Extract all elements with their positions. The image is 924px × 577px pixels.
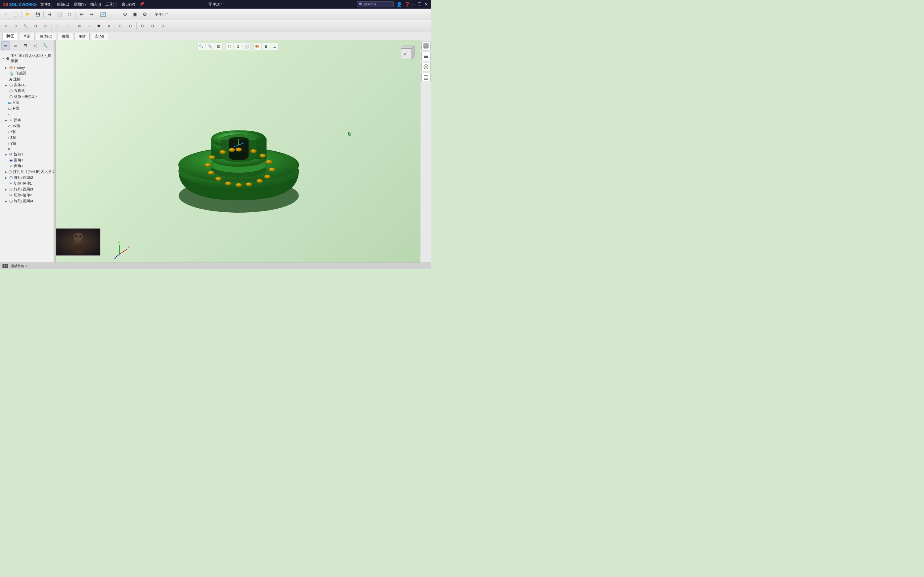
box-button[interactable]: ⬜ — [55, 10, 64, 19]
view-cube[interactable]: 前 — [396, 43, 417, 64]
display-style-btn[interactable]: 🎨 — [254, 42, 262, 50]
tree-item-xaxis[interactable]: / X轴 — [0, 129, 53, 135]
revolve-arrow: ▶ — [5, 153, 8, 156]
menu-insert[interactable]: 插入(I) — [90, 2, 101, 7]
tree-item-chamfer[interactable]: ✓ 倒角1 — [0, 163, 53, 169]
grid-button[interactable]: 🔳 — [130, 10, 139, 19]
tree-item-pattern3[interactable]: ▶ ⬡ 阵列(圆周)3 — [0, 187, 53, 192]
rs-view-btn[interactable] — [422, 41, 431, 50]
feature-button[interactable]: ⬡ — [65, 10, 74, 19]
menu-file[interactable]: 文件(F) — [40, 2, 52, 7]
rs-display-btn[interactable] — [422, 52, 431, 61]
sweep-btn[interactable]: 🔧 — [21, 21, 30, 31]
rebuild-button[interactable]: 🔄 — [99, 10, 108, 19]
tab-surface[interactable]: 曲面 — [58, 33, 73, 40]
property-mgr-btn[interactable]: ≣ — [11, 41, 20, 50]
revcut-btn[interactable]: ⬡ — [63, 21, 72, 31]
render-btn[interactable]: 🖥 — [262, 42, 270, 50]
z-axis-label: Z — [114, 256, 116, 259]
fillet-btn[interactable]: ⊞ — [74, 21, 84, 31]
tree-item-fillet[interactable]: ◉ 圆角1 — [0, 157, 53, 163]
shell-btn[interactable]: ⊗ — [104, 21, 113, 31]
pattern2-label: 阵列(圆周)2 — [14, 176, 33, 180]
tab-features[interactable]: 特征 — [2, 32, 18, 40]
menu-view[interactable]: 视图(V) — [74, 2, 86, 7]
zoom-out-btn[interactable]: 🔍 — [206, 42, 214, 50]
zoom-in-btn[interactable]: 🔍 — [197, 42, 205, 50]
tree-item-cutextrude1[interactable]: ✂ 切除-拉伸1 — [0, 181, 53, 187]
tree-item-wplane[interactable]: ▭ W面 — [0, 123, 53, 129]
instant3d-btn[interactable]: ⬡ — [158, 21, 167, 31]
loft-btn[interactable]: ⬡ — [31, 21, 40, 31]
tab-macro[interactable]: 宏(M) — [91, 33, 108, 40]
user-icon[interactable]: 👤 — [396, 2, 402, 7]
svg-point-37 — [74, 233, 83, 242]
tree-item-history[interactable]: ▶ ◎ History — [0, 64, 53, 71]
collapse-left-btn[interactable]: ◁ — [31, 41, 39, 50]
tree-item-pattern4[interactable]: ▶ ⬡ 阵列(圆周)4 — [0, 198, 53, 204]
menu-edit[interactable]: 编辑(E) — [57, 2, 69, 7]
section-view-btn[interactable]: ⊘ — [234, 42, 242, 50]
menu-tools[interactable]: 工具(T) — [105, 2, 117, 7]
revolve-btn[interactable]: ⊙ — [11, 21, 20, 31]
tab-sketch[interactable]: 草图 — [19, 33, 34, 40]
select-button[interactable]: ↑ — [108, 10, 118, 19]
sep1 — [21, 11, 22, 18]
open-button[interactable]: 📂 — [23, 10, 32, 19]
curve-btn[interactable]: ⬡ — [148, 21, 157, 31]
redo-button[interactable]: ↪ — [87, 10, 96, 19]
extcut-btn[interactable]: ⬜ — [53, 21, 62, 31]
mirror-btn[interactable]: ⬡ — [126, 21, 135, 31]
tree-item-hplane[interactable]: ▭ H面 — [0, 106, 53, 111]
tree-item-cutextrude2[interactable]: ✂ 切除-拉伸2 — [0, 192, 53, 198]
menu-pin[interactable]: 📌 — [139, 2, 144, 7]
options-button[interactable]: ⚙ — [120, 10, 130, 19]
viewport-toolbar: 🔍 🔍 ⊡ ⬡ ⊘ ⬜ 🎨 🖥 ⊥ — [197, 42, 279, 51]
restore-button[interactable]: ❐ — [417, 2, 422, 7]
boundary-btn[interactable]: □ — [40, 21, 50, 31]
undo-button[interactable]: ↩ — [77, 10, 86, 19]
menu-window[interactable]: 窗口(W) — [122, 2, 135, 7]
tree-item-sensors[interactable]: 📡 传感器 — [0, 71, 53, 76]
tab-evaluate[interactable]: 评估 — [74, 33, 90, 40]
view-settings-btn[interactable]: ⊥ — [271, 42, 279, 50]
feature-tree-btn[interactable]: ☰ — [1, 41, 10, 50]
view-orient-btn[interactable]: ⬡ — [225, 42, 233, 50]
config-mgr-btn[interactable]: ⊟ — [21, 41, 29, 50]
tree-item-dot[interactable]: · . — [0, 111, 53, 117]
close-button[interactable]: ✕ — [424, 2, 429, 7]
tree-item-pattern2[interactable]: ▶ ⬡ 阵列(圆周)2 — [0, 175, 53, 181]
tree-item-zaxis[interactable]: / Z轴 — [0, 135, 53, 141]
pattern-btn[interactable]: ⬡ — [116, 21, 125, 31]
new-button[interactable]: 📄 — [11, 10, 20, 19]
svg-point-17 — [266, 160, 272, 164]
tree-item-o[interactable]: o — [0, 147, 53, 152]
draft-btn[interactable]: ⬟ — [94, 21, 103, 31]
extrude-btn[interactable]: ⊕ — [1, 21, 10, 31]
search-box[interactable]: 🔍 搜索命令 — [357, 1, 394, 7]
tree-item-equations[interactable]: ⬡ 方程式 — [0, 88, 53, 94]
help-icon[interactable]: ❓ — [404, 2, 410, 7]
home-button[interactable]: ⌂ — [1, 10, 10, 19]
zoom-fit-btn[interactable]: ⊡ — [215, 42, 223, 50]
minimize-button[interactable]: — — [410, 2, 415, 7]
print-button[interactable]: 🖨 — [45, 10, 54, 19]
save-button[interactable]: 💾 — [33, 10, 42, 19]
ref-geom-btn[interactable]: ⬡ — [138, 21, 147, 31]
tree-item-yaxis[interactable]: / Y轴 — [0, 141, 53, 147]
tree-item-solid[interactable]: ▶ ⬡ 实体(1) — [0, 82, 53, 88]
3d-viewport[interactable]: 🔍 🔍 ⊡ ⬡ ⊘ ⬜ 🎨 🖥 ⊥ — [56, 40, 420, 263]
tree-item-origin[interactable]: ▶ ✦ 原点 — [0, 117, 53, 123]
settings-button[interactable]: ⚙ — [140, 10, 149, 19]
tree-item-revolve[interactable]: ▶ ⟳ 旋转1 — [0, 152, 53, 157]
chamfer-btn[interactable]: ⊟ — [84, 21, 94, 31]
tab-surface-c[interactable]: 曲体(C) — [36, 33, 57, 40]
tree-item-vplane[interactable]: ▭ V面 — [0, 100, 53, 106]
tree-item-annotations[interactable]: A 注解 — [0, 76, 53, 82]
view-cube-btn[interactable]: ⬜ — [243, 42, 251, 50]
tree-item-hole[interactable]: ▶ ⬡ 打孔尺寸(%根据)内六角花井 — [0, 169, 53, 175]
rs-scene-btn[interactable] — [422, 73, 431, 82]
tree-item-material[interactable]: ⬡ 材质 <未指定> — [0, 94, 53, 100]
rs-appearance-btn[interactable] — [422, 62, 431, 71]
tree-root-item[interactable]: ▼ ⚙ 零件10 (默认<<默认>_显示状 — [0, 52, 53, 64]
